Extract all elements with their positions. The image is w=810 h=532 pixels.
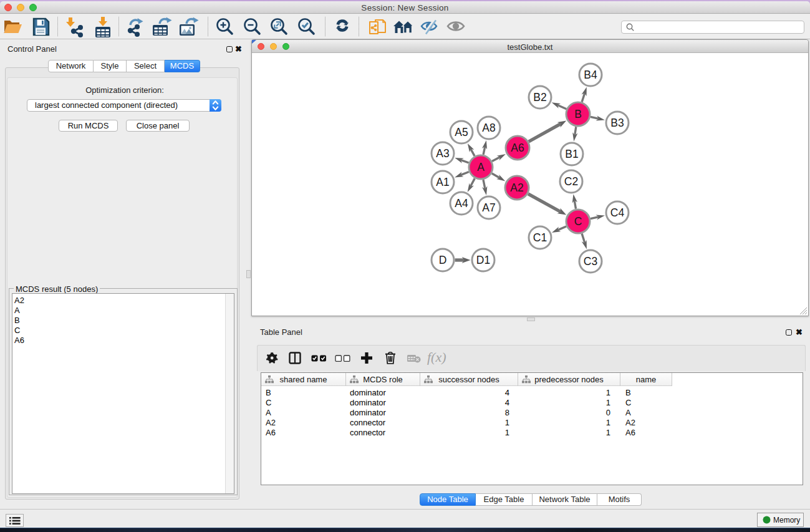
svg-text:B3: B3 — [610, 117, 624, 129]
svg-text:C1: C1 — [533, 231, 547, 244]
svg-text:B: B — [574, 108, 582, 120]
svg-text:B1: B1 — [565, 148, 578, 160]
svg-text:B4: B4 — [584, 69, 597, 81]
svg-text:A4: A4 — [455, 197, 468, 210]
svg-text:D: D — [439, 254, 447, 266]
svg-text:A5: A5 — [455, 126, 468, 138]
svg-text:B2: B2 — [533, 91, 546, 104]
svg-text:A2: A2 — [510, 181, 523, 194]
svg-text:A8: A8 — [482, 122, 495, 134]
svg-text:C4: C4 — [610, 206, 625, 219]
svg-text:C2: C2 — [564, 175, 578, 188]
svg-text:A7: A7 — [482, 201, 495, 214]
svg-text:C3: C3 — [584, 255, 597, 268]
svg-text:D1: D1 — [476, 254, 490, 266]
svg-text:A6: A6 — [511, 142, 524, 154]
svg-text:A1: A1 — [436, 176, 449, 188]
svg-text:A3: A3 — [436, 147, 449, 160]
svg-text:A: A — [477, 161, 485, 173]
svg-text:C: C — [574, 215, 582, 228]
